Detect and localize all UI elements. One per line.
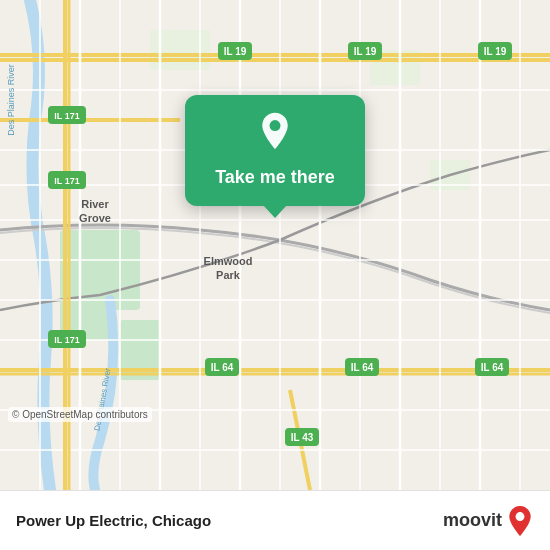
svg-text:IL 171: IL 171 [54, 111, 79, 121]
take-me-there-button[interactable]: Take me there [215, 167, 335, 188]
svg-text:IL 64: IL 64 [481, 362, 504, 373]
svg-point-63 [270, 120, 281, 131]
svg-text:IL 171: IL 171 [54, 176, 79, 186]
svg-text:River: River [81, 198, 109, 210]
location-pin-icon [257, 111, 293, 157]
svg-text:Grove: Grove [79, 212, 111, 224]
svg-point-64 [516, 512, 525, 521]
osm-attribution: © OpenStreetMap contributors [8, 407, 152, 422]
svg-text:IL 19: IL 19 [354, 46, 377, 57]
place-title: Power Up Electric, Chicago [16, 512, 211, 529]
map-container: IL 19 IL 19 IL 19 IL 171 IL 171 IL 171 I… [0, 0, 550, 490]
bottom-bar: Power Up Electric, Chicago moovit [0, 490, 550, 550]
svg-text:IL 64: IL 64 [211, 362, 234, 373]
svg-text:Elmwood: Elmwood [204, 255, 253, 267]
popup-card: Take me there [185, 95, 365, 206]
svg-text:IL 19: IL 19 [484, 46, 507, 57]
svg-text:IL 43: IL 43 [291, 432, 314, 443]
svg-text:IL 19: IL 19 [224, 46, 247, 57]
svg-text:Park: Park [216, 269, 241, 281]
moovit-logo: moovit [443, 505, 534, 537]
svg-text:IL 171: IL 171 [54, 335, 79, 345]
moovit-text: moovit [443, 510, 502, 531]
moovit-pin-icon [506, 505, 534, 537]
svg-text:IL 64: IL 64 [351, 362, 374, 373]
svg-text:Des Plaines River: Des Plaines River [6, 64, 16, 136]
